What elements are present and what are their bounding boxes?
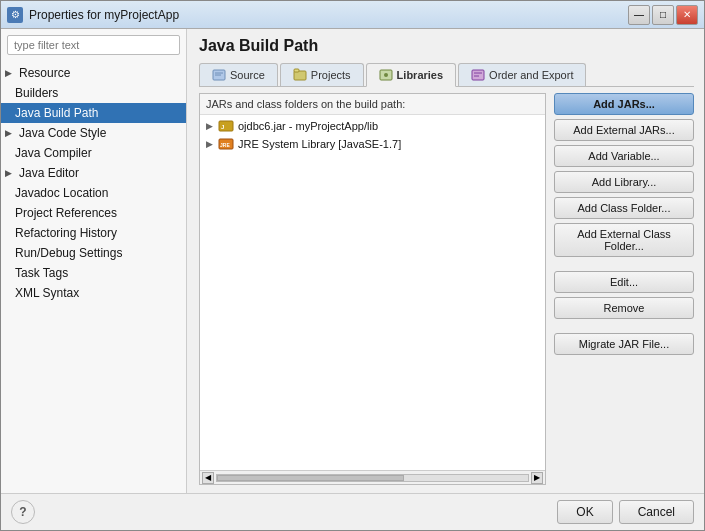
jre-icon: JRE — [218, 137, 234, 151]
sidebar-item-java-editor[interactable]: ▶ Java Editor — [1, 163, 186, 183]
tab-source[interactable]: Source — [199, 63, 278, 86]
scroll-right-button[interactable]: ▶ — [531, 472, 543, 484]
list-content: ▶ J ojdbc6.jar - myProjectApp/lib ▶ — [200, 115, 545, 470]
add-variable-button[interactable]: Add Variable... — [554, 145, 694, 167]
sidebar-item-xml-syntax[interactable]: XML Syntax — [1, 283, 186, 303]
page-title: Java Build Path — [199, 37, 694, 55]
nav-list: ▶ Resource Builders Java Build Path ▶ Ja… — [1, 61, 186, 493]
title-bar: ⚙ Properties for myProjectApp — □ ✕ — [1, 1, 704, 29]
tabs-row: Source Projects Libraries — [199, 63, 694, 87]
maximize-button[interactable]: □ — [652, 5, 674, 25]
svg-point-6 — [384, 73, 388, 77]
source-icon — [212, 68, 226, 82]
scroll-left-button[interactable]: ◀ — [202, 472, 214, 484]
remove-button[interactable]: Remove — [554, 297, 694, 319]
tab-projects[interactable]: Projects — [280, 63, 364, 86]
footer-buttons: OK Cancel — [557, 500, 694, 524]
title-bar-buttons: — □ ✕ — [628, 5, 698, 25]
list-panel: JARs and class folders on the build path… — [199, 93, 546, 485]
minimize-button[interactable]: — — [628, 5, 650, 25]
main-content: Java Build Path Source Projec — [187, 29, 704, 493]
horizontal-scrollbar[interactable]: ◀ ▶ — [200, 470, 545, 484]
button-spacer — [554, 261, 694, 267]
nav-arrow-icon: ▶ — [5, 68, 15, 78]
add-library-button[interactable]: Add Library... — [554, 171, 694, 193]
main-window: ⚙ Properties for myProjectApp — □ ✕ ▶ Re… — [0, 0, 705, 531]
sidebar: ▶ Resource Builders Java Build Path ▶ Ja… — [1, 29, 187, 493]
svg-rect-7 — [472, 70, 484, 80]
jar-icon: J — [218, 119, 234, 133]
sidebar-item-run-debug-settings[interactable]: Run/Debug Settings — [1, 243, 186, 263]
svg-text:JRE: JRE — [220, 142, 230, 148]
tab-libraries[interactable]: Libraries — [366, 63, 456, 87]
ok-button[interactable]: OK — [557, 500, 612, 524]
libraries-icon — [379, 68, 393, 82]
projects-icon — [293, 68, 307, 82]
buttons-panel: Add JARs... Add External JARs... Add Var… — [554, 93, 694, 485]
tab-order-export[interactable]: Order and Export — [458, 63, 586, 86]
list-item[interactable]: ▶ JRE JRE System Library [JavaSE-1.7] — [200, 135, 545, 153]
list-item[interactable]: ▶ J ojdbc6.jar - myProjectApp/lib — [200, 117, 545, 135]
window-icon: ⚙ — [7, 7, 23, 23]
edit-button[interactable]: Edit... — [554, 271, 694, 293]
filter-input[interactable] — [7, 35, 180, 55]
close-button[interactable]: ✕ — [676, 5, 698, 25]
sidebar-item-java-build-path[interactable]: Java Build Path — [1, 103, 186, 123]
migrate-jar-button[interactable]: Migrate JAR File... — [554, 333, 694, 355]
button-spacer — [554, 323, 694, 329]
list-item-arrow-icon: ▶ — [206, 139, 216, 149]
add-external-jars-button[interactable]: Add External JARs... — [554, 119, 694, 141]
order-export-icon — [471, 68, 485, 82]
svg-rect-4 — [294, 69, 299, 72]
add-jars-button[interactable]: Add JARs... — [554, 93, 694, 115]
sidebar-item-java-code-style[interactable]: ▶ Java Code Style — [1, 123, 186, 143]
cancel-button[interactable]: Cancel — [619, 500, 694, 524]
sidebar-item-refactoring-history[interactable]: Refactoring History — [1, 223, 186, 243]
sidebar-item-project-references[interactable]: Project References — [1, 203, 186, 223]
list-item-text: JRE System Library [JavaSE-1.7] — [238, 138, 401, 150]
help-button[interactable]: ? — [11, 500, 35, 524]
sidebar-item-resource[interactable]: ▶ Resource — [1, 63, 186, 83]
sidebar-item-java-compiler[interactable]: Java Compiler — [1, 143, 186, 163]
nav-arrow-icon: ▶ — [5, 168, 15, 178]
sidebar-item-builders[interactable]: Builders — [1, 83, 186, 103]
list-item-text: ojdbc6.jar - myProjectApp/lib — [238, 120, 378, 132]
window-footer: ? OK Cancel — [1, 493, 704, 530]
add-class-folder-button[interactable]: Add Class Folder... — [554, 197, 694, 219]
add-external-class-folder-button[interactable]: Add External Class Folder... — [554, 223, 694, 257]
content-area: JARs and class folders on the build path… — [199, 93, 694, 485]
list-item-arrow-icon: ▶ — [206, 121, 216, 131]
sidebar-item-task-tags[interactable]: Task Tags — [1, 263, 186, 283]
nav-arrow-icon: ▶ — [5, 128, 15, 138]
window-title: Properties for myProjectApp — [29, 8, 628, 22]
list-label: JARs and class folders on the build path… — [200, 94, 545, 115]
scrollbar-thumb[interactable] — [217, 475, 404, 481]
scrollbar-track[interactable] — [216, 474, 529, 482]
window-body: ▶ Resource Builders Java Build Path ▶ Ja… — [1, 29, 704, 493]
sidebar-item-javadoc-location[interactable]: Javadoc Location — [1, 183, 186, 203]
svg-text:J: J — [221, 124, 224, 130]
